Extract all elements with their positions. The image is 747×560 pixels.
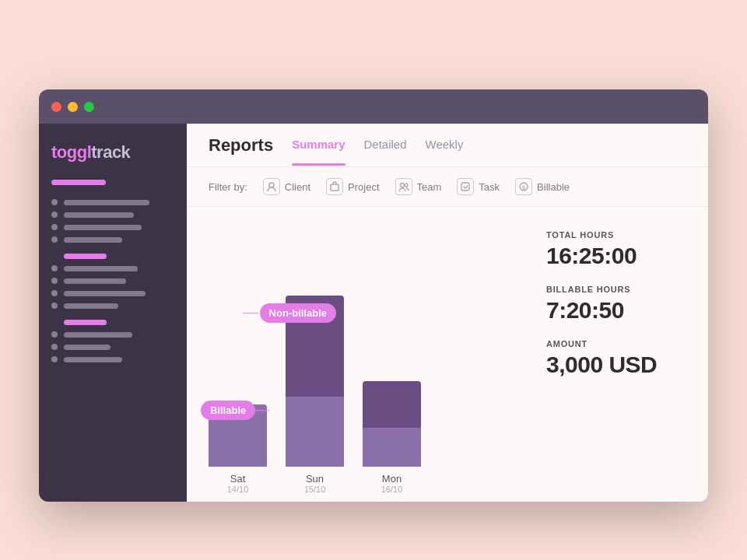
sidebar-bar	[64, 332, 132, 338]
filter-project[interactable]: Project	[326, 178, 379, 195]
sidebar-dot-icon	[51, 278, 58, 284]
sidebar-section-2	[51, 265, 174, 309]
list-item[interactable]	[51, 290, 174, 296]
sidebar-dot-icon	[51, 303, 58, 309]
list-item[interactable]	[51, 303, 174, 309]
sidebar-dot-icon	[51, 265, 58, 271]
sidebar-bar	[64, 212, 134, 218]
app-window: toggltrack	[39, 89, 708, 502]
amount-label: AMOUNT	[546, 339, 686, 348]
sidebar: toggltrack	[39, 124, 187, 502]
chart-area: Billable Non-billable	[187, 207, 708, 502]
list-item[interactable]	[51, 199, 174, 205]
bars-section: Billable Non-billable	[209, 222, 531, 494]
sidebar-bar	[64, 278, 126, 284]
traffic-lights	[51, 102, 94, 112]
billable-hours-label: BILLABLE HOURS	[546, 285, 686, 294]
project-icon	[326, 178, 343, 195]
sidebar-dot-icon	[51, 331, 58, 338]
bar-labels: Sat 14/10 Sun 15/10 Mon 16/10	[209, 473, 531, 494]
list-item[interactable]	[51, 265, 174, 271]
sidebar-bar	[64, 237, 122, 243]
sidebar-dot-icon	[51, 199, 58, 205]
total-hours-label: TOTAL HOURS	[546, 230, 686, 240]
filter-project-label: Project	[348, 181, 379, 193]
filter-client-label: Client	[285, 181, 310, 193]
svg-rect-1	[331, 184, 338, 191]
list-item[interactable]	[51, 344, 174, 350]
bar-label-mon: Mon 16/10	[363, 473, 421, 494]
stat-billable-hours: BILLABLE HOURS 7:20:50	[546, 285, 686, 324]
app-logo[interactable]: toggltrack	[51, 142, 174, 163]
svg-text:$: $	[522, 184, 526, 191]
titlebar	[39, 89, 708, 124]
filter-task-label: Task	[479, 181, 500, 193]
tab-summary[interactable]: Summary	[292, 138, 345, 152]
list-item[interactable]	[51, 278, 174, 284]
stat-amount: AMOUNT 3,000 USD	[546, 339, 686, 378]
bar-label-sun: Sun 15/10	[286, 473, 344, 494]
client-icon	[263, 178, 280, 195]
filter-client[interactable]: Client	[263, 178, 310, 195]
svg-point-2	[400, 184, 404, 187]
filter-team[interactable]: Team	[395, 178, 442, 195]
sidebar-dot-icon	[51, 224, 58, 230]
bar-day-sat: Sat	[230, 473, 246, 485]
bar-sun-billable	[286, 397, 344, 467]
sidebar-bar	[64, 200, 149, 205]
bar-sat-billable: Billable	[209, 404, 267, 467]
stat-total-hours: TOTAL HOURS 16:25:00	[546, 230, 686, 269]
sidebar-section-1	[51, 199, 174, 243]
bar-sun-nonbillable: Non-billable	[286, 296, 344, 397]
main-content: Reports Summary Detailed Weekly Filter b…	[187, 124, 708, 502]
sidebar-dot-icon	[51, 212, 58, 218]
stats-section: TOTAL HOURS 16:25:00 BILLABLE HOURS 7:20…	[531, 222, 686, 494]
sidebar-pink-accent	[64, 254, 107, 259]
filter-billable[interactable]: $ Billable	[515, 178, 570, 195]
sidebar-bar	[64, 345, 110, 350]
tooltip-nonbillable: Non-billable	[260, 303, 336, 323]
filter-label: Filter by:	[209, 181, 247, 193]
filter-team-label: Team	[417, 181, 442, 193]
top-nav: Reports Summary Detailed Weekly	[187, 124, 708, 167]
filter-billable-label: Billable	[537, 181, 570, 193]
bar-group-sun: Non-billable	[286, 296, 344, 467]
bar-label-sat: Sat 14/10	[209, 473, 267, 494]
list-item[interactable]	[51, 236, 174, 243]
sidebar-bar	[64, 303, 118, 309]
filter-bar: Filter by: Client	[187, 167, 708, 207]
list-item[interactable]	[51, 331, 174, 338]
amount-value: 3,000 USD	[546, 352, 686, 378]
bar-group-mon	[363, 381, 421, 467]
bar-date-mon: 16/10	[381, 485, 403, 494]
close-button[interactable]	[51, 102, 61, 112]
bar-mon-billable	[363, 428, 421, 467]
sidebar-accent-bar	[51, 180, 106, 185]
bar-group-sat: Billable	[209, 404, 267, 467]
list-item[interactable]	[51, 224, 174, 230]
bar-date-sun: 15/10	[304, 485, 326, 494]
sidebar-bar	[64, 357, 122, 362]
bar-day-sun: Sun	[306, 473, 324, 485]
team-icon	[395, 178, 412, 195]
list-item[interactable]	[51, 356, 174, 362]
sidebar-dot-icon	[51, 344, 58, 350]
svg-rect-4	[461, 183, 469, 191]
svg-point-3	[405, 184, 408, 187]
tab-weekly[interactable]: Weekly	[426, 138, 464, 152]
sidebar-dot-icon	[51, 356, 58, 362]
bar-date-sat: 14/10	[227, 485, 249, 494]
bar-day-mon: Mon	[382, 473, 402, 485]
sidebar-section-3	[51, 331, 174, 362]
minimize-button[interactable]	[68, 102, 78, 112]
filter-task[interactable]: Task	[457, 178, 500, 195]
list-item[interactable]	[51, 212, 174, 218]
bars-container: Billable Non-billable	[209, 280, 531, 467]
logo-track: track	[91, 142, 130, 162]
sidebar-dot-icon	[51, 290, 58, 296]
task-icon	[457, 178, 474, 195]
sidebar-bar	[64, 291, 146, 296]
svg-point-0	[269, 183, 274, 187]
tab-detailed[interactable]: Detailed	[364, 138, 407, 152]
maximize-button[interactable]	[84, 102, 94, 112]
